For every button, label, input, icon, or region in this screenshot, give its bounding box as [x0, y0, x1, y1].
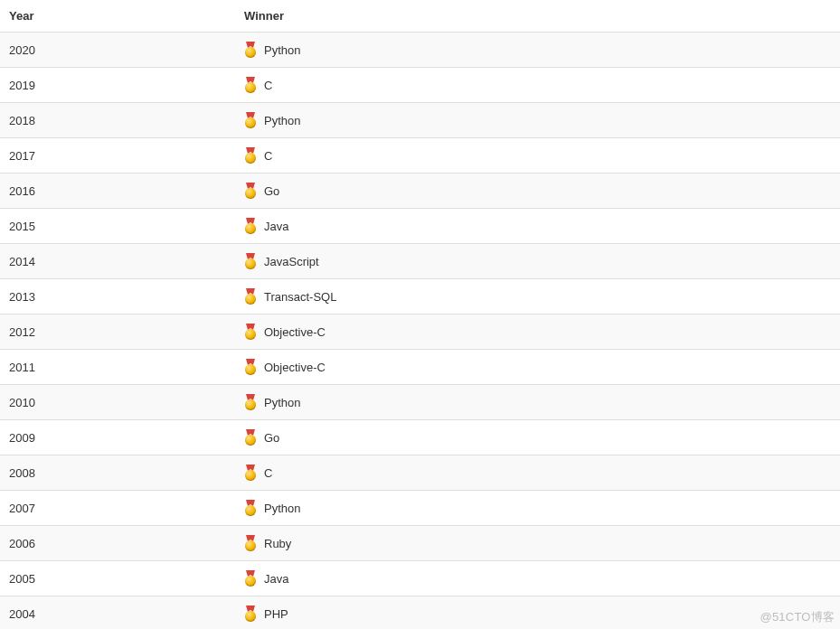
cell-year: 2016: [0, 174, 235, 209]
cell-winner: C: [235, 455, 840, 491]
cell-winner: Java: [235, 561, 840, 596]
cell-winner: Python: [235, 491, 840, 526]
medal-icon: [244, 42, 257, 58]
cell-year: 2012: [0, 314, 235, 350]
cell-winner: Ruby: [235, 526, 840, 561]
table-row: 2020Python: [0, 33, 840, 68]
cell-winner: Python: [235, 33, 840, 68]
cell-year: 2017: [0, 138, 235, 174]
winner-label: C: [264, 149, 272, 163]
winner-label: Transact-SQL: [264, 290, 336, 304]
medal-icon: [244, 183, 257, 199]
medal-icon: [244, 288, 257, 305]
table-row: 2013Transact-SQL: [0, 279, 840, 314]
table-row: 2016Go: [0, 174, 840, 209]
cell-winner: PHP: [235, 596, 840, 630]
winner-label: Java: [264, 220, 288, 233]
table-row: 2009Go: [0, 420, 840, 455]
table-row: 2005Java: [0, 561, 840, 596]
medal-icon: [244, 147, 257, 164]
cell-year: 2014: [0, 244, 235, 279]
winner-label: Go: [264, 431, 279, 445]
winner-label: Go: [264, 184, 279, 198]
cell-winner: C: [235, 68, 840, 103]
cell-winner: Transact-SQL: [235, 279, 840, 314]
cell-year: 2004: [0, 596, 235, 630]
cell-winner: Python: [235, 385, 840, 420]
cell-winner: Java: [235, 209, 840, 244]
cell-year: 2009: [0, 420, 235, 455]
winner-label: C: [264, 466, 272, 480]
medal-icon: [244, 112, 257, 128]
medal-icon: [244, 394, 257, 410]
cell-year: 2008: [0, 455, 235, 491]
winner-label: Ruby: [264, 537, 291, 550]
table-row: 2007Python: [0, 491, 840, 526]
winner-label: Java: [264, 572, 288, 586]
medal-icon: [244, 606, 257, 622]
winner-label: Python: [264, 502, 300, 515]
header-winner: Winner: [235, 0, 840, 33]
winners-table: Year Winner 2020Python2019C2018Python201…: [0, 0, 840, 629]
medal-icon: [244, 324, 257, 340]
cell-year: 2020: [0, 33, 235, 68]
cell-year: 2011: [0, 350, 235, 385]
table-row: 2015Java: [0, 209, 840, 244]
cell-year: 2005: [0, 561, 235, 596]
cell-year: 2013: [0, 279, 235, 314]
header-year: Year: [0, 0, 235, 33]
medal-icon: [244, 359, 257, 375]
table-row: 2011Objective-C: [0, 350, 840, 385]
table-row: 2014JavaScript: [0, 244, 840, 279]
table-row: 2017C: [0, 138, 840, 174]
winner-label: Python: [264, 396, 300, 409]
medal-icon: [244, 570, 257, 587]
cell-winner: C: [235, 138, 840, 174]
medal-icon: [244, 77, 257, 93]
winner-label: Objective-C: [264, 325, 326, 339]
medal-icon: [244, 465, 257, 481]
cell-winner: Objective-C: [235, 314, 840, 350]
table-row: 2010Python: [0, 385, 840, 420]
cell-year: 2006: [0, 526, 235, 561]
winner-label: Objective-C: [264, 361, 326, 374]
winner-label: JavaScript: [264, 255, 319, 268]
table-row: 2004PHP: [0, 596, 840, 630]
medal-icon: [244, 500, 257, 516]
table-row: 2018Python: [0, 103, 840, 138]
table-row: 2008C: [0, 455, 840, 491]
medal-icon: [244, 429, 257, 446]
cell-winner: Go: [235, 420, 840, 455]
cell-winner: Go: [235, 174, 840, 209]
cell-winner: Python: [235, 103, 840, 138]
cell-year: 2015: [0, 209, 235, 244]
cell-winner: Objective-C: [235, 350, 840, 385]
table-row: 2006Ruby: [0, 526, 840, 561]
table-row: 2019C: [0, 68, 840, 103]
winner-label: PHP: [264, 607, 288, 621]
medal-icon: [244, 218, 257, 234]
cell-year: 2019: [0, 68, 235, 103]
table-row: 2012Objective-C: [0, 314, 840, 350]
medal-icon: [244, 535, 257, 551]
cell-year: 2010: [0, 385, 235, 420]
cell-winner: JavaScript: [235, 244, 840, 279]
cell-year: 2007: [0, 491, 235, 526]
winner-label: C: [264, 79, 272, 92]
medal-icon: [244, 253, 257, 269]
cell-year: 2018: [0, 103, 235, 138]
winner-label: Python: [264, 114, 300, 127]
winner-label: Python: [264, 43, 300, 57]
